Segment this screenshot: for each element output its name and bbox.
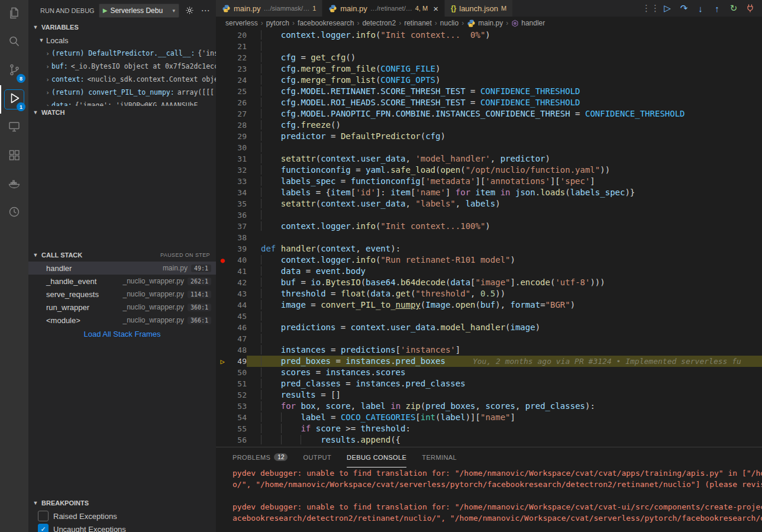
- code-line[interactable]: 41 data = event.body: [216, 266, 762, 277]
- breadcrumb-item[interactable]: pytorch: [266, 19, 289, 27]
- gutter-margin[interactable]: [216, 389, 229, 401]
- gutter-margin[interactable]: [216, 277, 229, 288]
- debug-config-dropdown[interactable]: ▶ Serverless Debu ▾: [99, 4, 179, 18]
- gutter-margin[interactable]: [216, 322, 229, 333]
- code-line[interactable]: 27 cfg.MODEL.PANOPTIC_FPN.COMBINE.INSTAN…: [216, 108, 762, 120]
- gutter-margin[interactable]: [216, 86, 229, 97]
- breadcrumb-item[interactable]: detectron2: [362, 19, 396, 27]
- gutter-margin[interactable]: ▷: [216, 356, 229, 367]
- activity-item-extensions[interactable]: [0, 142, 28, 170]
- activity-item-run-and-debug[interactable]: 1: [0, 85, 28, 114]
- variable-row[interactable]: ›buf:<_io.BytesIO object at 0x7f5a2dc1ec…: [28, 60, 216, 73]
- gutter-margin[interactable]: [216, 378, 229, 389]
- code-line[interactable]: ▷49 pred_boxes = instances.pred_boxesYou…: [216, 356, 762, 367]
- close-icon[interactable]: ×: [433, 4, 438, 14]
- gutter-margin[interactable]: [216, 434, 229, 446]
- code-line[interactable]: 22 cfg = get_cfg(): [216, 52, 762, 63]
- variables-section-header[interactable]: ▼ VARIABLES: [28, 21, 216, 34]
- gutter-margin[interactable]: [216, 153, 229, 165]
- code-line[interactable]: 47: [216, 333, 762, 344]
- call-stack-section-header[interactable]: ▼ CALL STACK PAUSED ON STEP: [28, 249, 216, 262]
- debug-step-over-button[interactable]: ↷: [677, 1, 691, 15]
- gutter-margin[interactable]: ●: [216, 254, 229, 266]
- locals-scope[interactable]: ▼ Locals: [28, 34, 216, 47]
- code-line[interactable]: 23 cfg.merge_from_file(CONFIG_FILE): [216, 63, 762, 75]
- code-editor[interactable]: 20 context.logger.info("Init context... …: [216, 30, 762, 447]
- panel-tab-output[interactable]: OUTPUT: [303, 447, 331, 467]
- gear-icon[interactable]: [183, 4, 195, 17]
- code-line[interactable]: 26 cfg.MODEL.ROI_HEADS.SCORE_THRESH_TEST…: [216, 97, 762, 108]
- gutter-margin[interactable]: [216, 108, 229, 120]
- gutter-margin[interactable]: [216, 30, 229, 41]
- gutter-margin[interactable]: [216, 401, 229, 412]
- debug-disconnect-button[interactable]: [743, 1, 757, 15]
- stack-frame[interactable]: <module>_nuclio_wrapper.py366:1: [28, 314, 216, 327]
- breakpoint-item[interactable]: ✓Uncaught Exceptions: [28, 523, 216, 532]
- activity-item-search[interactable]: [0, 28, 28, 57]
- gutter-margin[interactable]: [216, 423, 229, 434]
- gutter-margin[interactable]: [216, 176, 229, 187]
- code-line[interactable]: 30: [216, 142, 762, 153]
- gutter-margin[interactable]: [216, 165, 229, 176]
- debug-restart-button[interactable]: ↻: [727, 1, 741, 15]
- code-line[interactable]: 43 threshold = float(data.get("threshold…: [216, 288, 762, 299]
- gutter-margin[interactable]: [216, 97, 229, 108]
- gutter-margin[interactable]: [216, 266, 229, 277]
- code-line[interactable]: 31 setattr(context.user_data, 'model_han…: [216, 153, 762, 165]
- variable-row[interactable]: ›(return) convert_PIL_to_numpy:array([[[…: [28, 86, 216, 99]
- gutter-margin[interactable]: [216, 221, 229, 232]
- breadcrumb-item[interactable]: handler: [511, 19, 545, 27]
- code-line[interactable]: 28 cfg.freeze(): [216, 120, 762, 131]
- gutter-margin[interactable]: [216, 299, 229, 311]
- gutter-margin[interactable]: [216, 412, 229, 423]
- code-line[interactable]: 37 context.logger.info("Init context...1…: [216, 221, 762, 232]
- gutter-margin[interactable]: [216, 209, 229, 221]
- code-line[interactable]: 34 labels = {item['id']: item['name'] fo…: [216, 187, 762, 198]
- checkbox[interactable]: [38, 511, 49, 521]
- load-all-stack-frames-link[interactable]: Load All Stack Frames: [28, 327, 216, 341]
- code-line[interactable]: 54 label = COCO_CATEGORIES[int(label)]["…: [216, 412, 762, 423]
- stack-frame[interactable]: run_wrapper_nuclio_wrapper.py360:1: [28, 301, 216, 314]
- gutter-margin[interactable]: [216, 311, 229, 322]
- panel-tab-debug-console[interactable]: DEBUG CONSOLE: [347, 447, 406, 467]
- activity-item-clock[interactable]: [0, 199, 28, 227]
- drag-handle-icon[interactable]: ⋮⋮: [644, 1, 658, 15]
- code-line[interactable]: 38: [216, 232, 762, 243]
- gutter-margin[interactable]: [216, 120, 229, 131]
- gutter-margin[interactable]: [216, 367, 229, 378]
- start-debug-icon[interactable]: ▶: [103, 7, 108, 14]
- debug-console-output[interactable]: pydev debugger: unable to find translati…: [216, 467, 762, 524]
- gutter-margin[interactable]: [216, 52, 229, 63]
- code-line[interactable]: 39def handler(context, event):: [216, 243, 762, 254]
- breakpoints-section-header[interactable]: ▼ BREAKPOINTS: [28, 496, 216, 510]
- activity-item-docker[interactable]: [0, 170, 28, 199]
- debug-step-out-button[interactable]: ↑: [710, 1, 724, 15]
- code-line[interactable]: 25 cfg.MODEL.RETINANET.SCORE_THRESH_TEST…: [216, 86, 762, 97]
- code-line[interactable]: 33 labels_spec = functionconfig['metadat…: [216, 176, 762, 187]
- code-line[interactable]: 29 predictor = DefaultPredictor(cfg): [216, 131, 762, 142]
- gutter-margin[interactable]: [216, 142, 229, 153]
- variable-row[interactable]: ›data:{'image': 'iVBORw0KG…AAAANSUhE…: [28, 99, 216, 106]
- breadcrumb-item[interactable]: serverless: [225, 19, 258, 27]
- gutter-margin[interactable]: [216, 75, 229, 86]
- code-line[interactable]: 52 results = []: [216, 389, 762, 401]
- gutter-margin[interactable]: [216, 333, 229, 344]
- gutter-margin[interactable]: [216, 344, 229, 356]
- code-line[interactable]: 32 functionconfig = yaml.safe_load(open(…: [216, 165, 762, 176]
- code-line[interactable]: 35 setattr(context.user_data, "labels", …: [216, 198, 762, 209]
- code-line[interactable]: 44 image = convert_PIL_to_numpy(Image.op…: [216, 299, 762, 311]
- code-line[interactable]: 20 context.logger.info("Init context... …: [216, 30, 762, 41]
- code-line[interactable]: 48 instances = predictions['instances']: [216, 344, 762, 356]
- activity-item-explorer[interactable]: [0, 0, 28, 28]
- gutter-margin[interactable]: [216, 41, 229, 52]
- debug-continue-button[interactable]: ▷: [660, 1, 674, 15]
- gutter-margin[interactable]: [216, 288, 229, 299]
- tab[interactable]: {}launch.jsonM: [445, 0, 513, 17]
- breakpoint-item[interactable]: Raised Exceptions: [28, 510, 216, 523]
- watch-section-header[interactable]: ▼ WATCH: [28, 106, 216, 119]
- breadcrumb-item[interactable]: nuclio: [440, 19, 459, 27]
- stack-frame[interactable]: handlermain.py49:1: [28, 262, 216, 275]
- activity-item-remote[interactable]: [0, 114, 28, 142]
- stack-frame[interactable]: serve_requests_nuclio_wrapper.py114:1: [28, 288, 216, 301]
- activity-item-source-control[interactable]: 8: [0, 57, 28, 85]
